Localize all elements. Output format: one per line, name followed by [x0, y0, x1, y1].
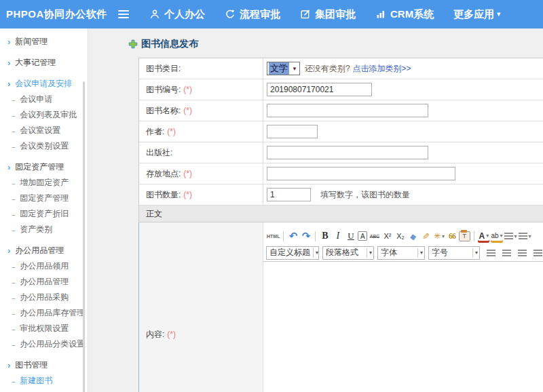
align-right-icon[interactable]: [517, 246, 528, 259]
unordered-list-icon[interactable]: [519, 230, 531, 243]
chevron-right-icon: ›: [7, 79, 10, 89]
sidebar-item-16[interactable]: –办公用品库存管理: [0, 305, 88, 321]
sidebar-item-label: 办公用品采购: [20, 292, 69, 303]
sidebar-item-6[interactable]: –会议类别设置: [0, 138, 88, 154]
sidebar-item-8[interactable]: –增加固定资产: [0, 175, 88, 191]
category-hint: 还没有类别?: [305, 63, 350, 75]
font-color-icon[interactable]: A: [478, 230, 489, 243]
sidebar-item-15[interactable]: –办公用品采购: [0, 290, 88, 305]
dash-icon: –: [12, 96, 16, 104]
sidebar-group-0[interactable]: ›新闻管理: [0, 34, 88, 50]
quantity-hint: 填写数字，该图书的数量: [320, 189, 410, 201]
font-family-select[interactable]: 字体▾: [377, 246, 425, 260]
align-center-icon[interactable]: [501, 246, 512, 259]
publisher-input[interactable]: [267, 146, 428, 159]
sidebar-item-label: 办公用品分类设置: [20, 338, 85, 350]
sidebar-group-12[interactable]: ›办公用品管理: [0, 243, 88, 258]
sidebar-item-10[interactable]: –固定资产折旧: [0, 206, 88, 222]
sidebar-item-18[interactable]: –办公用品分类设置: [0, 336, 88, 352]
sidebar-group-1[interactable]: ›大事记管理: [0, 55, 88, 71]
editor-content[interactable]: [263, 262, 543, 392]
sidebar-item-20[interactable]: –新建图书: [0, 373, 88, 389]
book-no-input[interactable]: [267, 83, 372, 96]
sidebar-item-5[interactable]: –会议室设置: [0, 123, 88, 138]
book-name-input[interactable]: [267, 104, 428, 117]
subscript-icon[interactable]: X₂: [394, 230, 406, 243]
sidebar-group-19[interactable]: ›图书管理: [0, 357, 88, 373]
italic-icon[interactable]: I: [332, 230, 343, 243]
caret-down-icon: ▾: [367, 248, 372, 258]
sidebar-item-4[interactable]: –会议列表及审批: [0, 107, 88, 123]
underline-icon[interactable]: U: [345, 230, 356, 243]
author-input[interactable]: [267, 125, 318, 138]
undo-icon[interactable]: ↶: [287, 230, 299, 243]
redo-icon[interactable]: ↷: [300, 230, 312, 243]
paste-icon[interactable]: [459, 231, 470, 241]
required-marker: (*): [183, 190, 192, 199]
topbar-item-crm[interactable]: CRM系统: [375, 8, 434, 21]
spray-color-icon[interactable]: ✳: [433, 230, 445, 243]
sidebar-group-7[interactable]: ›固定资产管理: [0, 159, 88, 175]
sidebar-item-label: 会议室设置: [20, 125, 60, 136]
custom-heading-select[interactable]: 自定义标题▾: [266, 246, 319, 260]
location-label: 存放地点:: [146, 168, 181, 180]
strikethrough-icon[interactable]: ABC: [369, 230, 380, 243]
hamburger-menu-icon[interactable]: [118, 10, 129, 18]
category-label: 图书类目:: [146, 63, 181, 75]
topbar-item-label: 更多应用: [453, 8, 494, 21]
topbar-item-personal-office[interactable]: 个人办公: [149, 8, 205, 21]
required-marker: (*): [183, 169, 192, 178]
required-marker: (*): [183, 106, 192, 115]
add-category-link[interactable]: 点击添加类别>>: [353, 63, 411, 75]
book-name-label: 图书名称:: [146, 105, 181, 117]
sidebar-item-label: 办公用品管理: [15, 245, 64, 256]
caret-down-icon: ▼: [495, 11, 502, 18]
form-row-book-name: 图书名称: (*): [139, 100, 543, 121]
topbar-item-label: CRM系统: [390, 8, 434, 21]
body-section-header: 正文: [138, 205, 543, 222]
highlight-color-icon[interactable]: ab: [491, 230, 502, 243]
format-brush-icon[interactable]: ✎: [420, 230, 432, 243]
sidebar-item-9[interactable]: –固定资产管理: [0, 191, 88, 206]
sidebar-item-label: 固定资产折旧: [20, 208, 69, 220]
topbar-item-group-approval[interactable]: 集团审批: [300, 8, 356, 21]
category-selected-value: 文学: [269, 62, 289, 75]
topbar-item-more-apps[interactable]: 更多应用 ▼: [453, 8, 502, 21]
sidebar-group-2[interactable]: ›会议申请及安排: [0, 76, 88, 92]
align-left-icon[interactable]: [485, 246, 497, 259]
select-label: 字体: [381, 247, 397, 258]
superscript-icon[interactable]: X²: [381, 230, 393, 243]
quantity-input[interactable]: [267, 188, 311, 201]
html-source-icon[interactable]: HTML: [267, 230, 280, 243]
form-row-publisher: 出版社:: [139, 142, 543, 163]
sidebar-item-14[interactable]: –办公用品管理: [0, 274, 88, 290]
bold-icon[interactable]: B: [319, 230, 331, 243]
category-select[interactable]: 文学 ▼: [267, 62, 300, 75]
sidebar-scrollbar[interactable]: [83, 81, 85, 392]
topbar: PHPOA协同办公软件 个人办公 流程审批 集团审批: [0, 0, 543, 28]
paragraph-format-select[interactable]: 段落格式▾: [322, 246, 374, 260]
sidebar-item-label: 会议申请及安排: [15, 78, 72, 90]
ordered-list-icon[interactable]: [504, 230, 517, 243]
sidebar-item-21[interactable]: –图书管理: [0, 389, 88, 392]
topbar-item-label: 集团审批: [315, 8, 356, 21]
topbar-item-process-approval[interactable]: 流程审批: [225, 8, 280, 21]
sidebar-item-11[interactable]: –资产类别: [0, 222, 88, 237]
sidebar-item-3[interactable]: –会议申请: [0, 92, 88, 107]
dash-icon: –: [12, 377, 16, 385]
location-input[interactable]: [267, 167, 455, 180]
sidebar-item-17[interactable]: –审批权限设置: [0, 321, 88, 336]
align-justify-icon[interactable]: [532, 246, 543, 259]
blockquote-icon[interactable]: 66: [446, 230, 457, 243]
char-border-icon[interactable]: A: [358, 231, 367, 241]
eraser-icon[interactable]: ◆: [407, 229, 419, 243]
publisher-label: 出版社:: [146, 147, 172, 159]
rich-text-editor: HTML↶↷BIUAABCX²X₂◆✎✳66Aab 自定义标题▾段落格式▾字体▾…: [263, 222, 543, 392]
dash-icon: –: [12, 226, 16, 234]
form-row-book-no: 图书编号: (*): [139, 79, 543, 100]
sidebar-item-label: 办公用品库存管理: [20, 307, 85, 319]
font-size-select[interactable]: 字号▾: [428, 246, 480, 260]
sidebar-item-13[interactable]: –办公用品领用: [0, 258, 88, 274]
sidebar-item-label: 会议申请: [20, 94, 52, 105]
sidebar-item-label: 办公用品领用: [20, 260, 69, 272]
